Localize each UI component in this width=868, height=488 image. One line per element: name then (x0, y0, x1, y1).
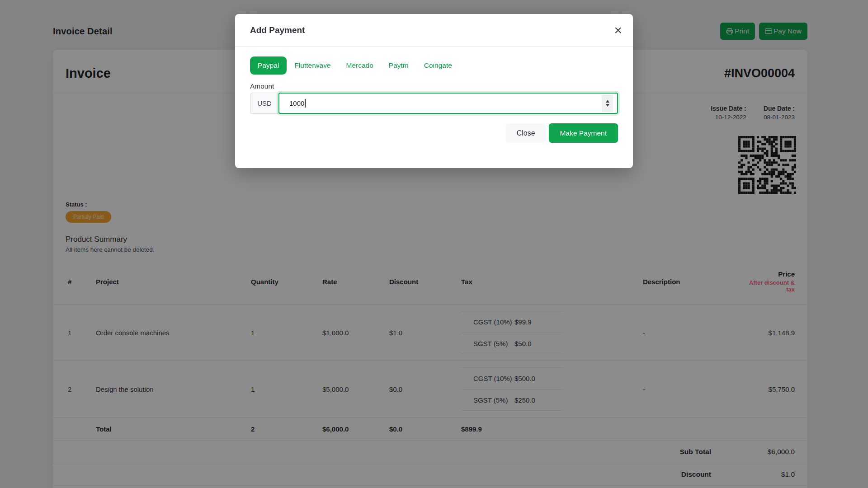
tab-paypal[interactable]: Paypal (250, 56, 287, 75)
modal-title: Add Payment (250, 25, 305, 35)
tab-coingate[interactable]: Coingate (416, 56, 460, 75)
amount-label: Amount (250, 82, 618, 90)
currency-addon: USD (250, 93, 278, 114)
number-spinner[interactable] (602, 95, 613, 112)
text-cursor (305, 99, 306, 108)
amount-input[interactable]: 1000 (278, 93, 618, 114)
spinner-up-icon[interactable] (606, 100, 609, 103)
tab-paytm[interactable]: Paytm (381, 56, 416, 75)
tab-mercado[interactable]: Mercado (339, 56, 381, 75)
tab-flutterwave[interactable]: Flutterwave (287, 56, 338, 75)
add-payment-modal: Add Payment × PaypalFlutterwaveMercadoPa… (235, 14, 633, 168)
close-icon[interactable]: × (614, 23, 622, 37)
modal-header: Add Payment × (235, 14, 633, 47)
modal-body: PaypalFlutterwaveMercadoPaytmCoingate Am… (235, 47, 633, 168)
close-button[interactable]: Close (506, 123, 546, 143)
make-payment-button[interactable]: Make Payment (549, 123, 618, 143)
spinner-down-icon[interactable] (606, 104, 609, 107)
modal-footer: Close Make Payment (250, 123, 618, 143)
amount-input-group: USD 1000 (250, 93, 618, 114)
amount-value: 1000 (289, 99, 304, 107)
payment-method-tabs: PaypalFlutterwaveMercadoPaytmCoingate (250, 56, 618, 75)
